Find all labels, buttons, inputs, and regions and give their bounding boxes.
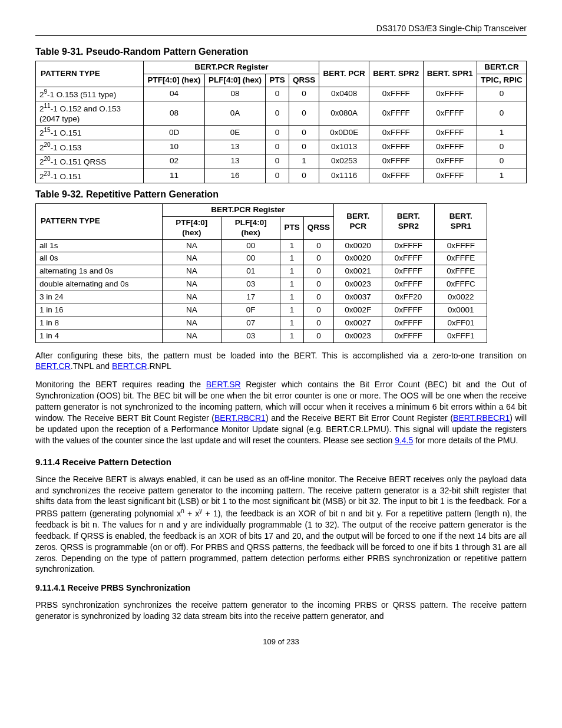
- cell-pcr: 0x1116: [319, 169, 369, 183]
- cell-plf: 03: [222, 330, 280, 342]
- cell-qrss: 0: [289, 101, 319, 126]
- col-bert-cr: BERT.CR: [477, 61, 527, 74]
- cell-plf: 07: [222, 317, 280, 330]
- cell-tpic: 0: [477, 101, 527, 126]
- cell-pattern: 29-1 O.153 (511 type): [36, 87, 144, 101]
- col-bert-spr1: BERT. SPR1: [435, 203, 487, 239]
- col-bert-spr2: BERT. SPR2: [382, 203, 435, 239]
- cell-ptf: 04: [144, 87, 205, 101]
- cell-pts: 0: [266, 126, 289, 140]
- table-9-31: PATTERN TYPE BERT.PCR Register BERT. PCR…: [35, 61, 527, 183]
- text: + x: [184, 509, 200, 518]
- col-pts: PTS: [266, 74, 289, 87]
- cell-pattern: 1 in 16: [36, 304, 163, 317]
- link-bert-cr[interactable]: BERT.CR: [112, 361, 147, 371]
- cell-pts: 0: [266, 101, 289, 126]
- cell-qrss: 0: [303, 317, 333, 330]
- cell-pcr: 0x0023: [334, 278, 382, 291]
- cell-tpic: 0: [477, 140, 527, 154]
- text: + 1), the feedback is an XOR of bit n an…: [35, 509, 527, 574]
- cell-ptf: NA: [162, 330, 221, 342]
- text: for more details of the PMU.: [413, 436, 518, 445]
- cell-plf: 08: [204, 87, 266, 101]
- cell-spr2: 0xFF20: [382, 291, 435, 304]
- cell-pattern: 223-1 O.151: [36, 169, 144, 183]
- col-ptf: PTF[4:0] (hex): [144, 74, 205, 87]
- cell-spr1: 0xFF01: [435, 317, 487, 330]
- cell-spr1: 0xFFF1: [435, 330, 487, 342]
- cell-spr2: 0xFFFF: [382, 278, 435, 291]
- cell-qrss: 0: [303, 278, 333, 291]
- table-9-32: PATTERN TYPE BERT.PCR Register BERT. PCR…: [35, 203, 487, 343]
- cell-ptf: 0D: [144, 126, 205, 140]
- link-section-9-4-5[interactable]: 9.4.5: [395, 436, 413, 445]
- col-plf: PLF[4:0] (hex): [222, 216, 280, 239]
- cell-pts: 1: [280, 252, 303, 265]
- col-plf: PLF[4:0] (hex): [204, 74, 266, 87]
- cell-plf: 0A: [204, 101, 266, 126]
- cell-pcr: 0x0023: [334, 330, 382, 342]
- cell-spr2: 0xFFFF: [369, 126, 424, 140]
- col-bert-spr2: BERT. SPR2: [369, 61, 424, 87]
- table-row: 215-1 O.1510D0E000x0D0E0xFFFF0xFFFF1: [36, 126, 527, 140]
- cell-pattern: 220-1 O.153: [36, 140, 144, 154]
- cell-pattern: double alternating and 0s: [36, 278, 163, 291]
- cell-pcr: 0x0027: [334, 317, 382, 330]
- link-bert-cr[interactable]: BERT.CR: [35, 361, 71, 371]
- cell-pts: 1: [280, 330, 303, 342]
- cell-qrss: 0: [303, 304, 333, 317]
- cell-plf: 16: [204, 169, 266, 183]
- cell-ptf: 10: [144, 140, 205, 154]
- col-bert-pcr: BERT. PCR: [334, 203, 382, 239]
- col-qrss: QRSS: [303, 216, 333, 239]
- table-row: alternating 1s and 0sNA01100x00210xFFFF0…: [36, 265, 487, 278]
- cell-tpic: 1: [477, 126, 527, 140]
- cell-pcr: 0x0020: [334, 239, 382, 252]
- cell-plf: 00: [222, 239, 280, 252]
- table-row: 223-1 O.1511116000x11160xFFFF0xFFFF1: [36, 169, 527, 183]
- cell-qrss: 0: [289, 126, 319, 140]
- cell-spr1: 0xFFFF: [423, 169, 477, 183]
- cell-pcr: 0x0037: [334, 291, 382, 304]
- col-group-bert-pcr: BERT.PCR Register: [162, 203, 333, 216]
- cell-qrss: 0: [303, 252, 333, 265]
- table-row: 1 in 8NA07100x00270xFFFF0xFF01: [36, 317, 487, 330]
- cell-ptf: NA: [162, 291, 221, 304]
- cell-spr2: 0xFFFF: [369, 140, 424, 154]
- cell-ptf: NA: [162, 239, 221, 252]
- col-pts: PTS: [280, 216, 303, 239]
- cell-pts: 1: [280, 239, 303, 252]
- text: .RNPL: [147, 361, 171, 371]
- page-footer: 109 of 233: [35, 637, 527, 646]
- cell-spr2: 0xFFFF: [382, 265, 435, 278]
- cell-ptf: 02: [144, 154, 205, 169]
- link-bert-rbecr1[interactable]: BERT.RBECR1: [453, 413, 510, 423]
- cell-pattern: alternating 1s and 0s: [36, 265, 163, 278]
- col-ptf: PTF[4:0] (hex): [162, 216, 221, 239]
- cell-tpic: 0: [477, 87, 527, 101]
- col-tpic: TPIC, RPIC: [477, 74, 527, 87]
- cell-pcr: 0x0253: [319, 154, 369, 169]
- cell-plf: 13: [204, 154, 266, 169]
- cell-spr2: 0xFFFF: [369, 87, 424, 101]
- cell-pattern: all 0s: [36, 252, 163, 265]
- cell-plf: 0E: [204, 126, 266, 140]
- cell-ptf: NA: [162, 265, 221, 278]
- table-row: 211-1 O.152 and O.153 (2047 type)080A000…: [36, 101, 527, 126]
- cell-pattern: 1 in 8: [36, 317, 163, 330]
- cell-pcr: 0x0021: [334, 265, 382, 278]
- cell-spr2: 0xFFFF: [369, 169, 424, 183]
- cell-qrss: 0: [289, 169, 319, 183]
- cell-pattern: all 1s: [36, 239, 163, 252]
- section-heading-9-11-4: 9.11.4 Receive Pattern Detection: [35, 457, 527, 467]
- table-row: 220-1 O.151 QRSS0213010x02530xFFFF0xFFFF…: [36, 154, 527, 169]
- cell-pts: 0: [266, 87, 289, 101]
- link-bert-rbcr1[interactable]: BERT.RBCR1: [214, 413, 266, 423]
- cell-spr1: 0xFFFE: [435, 252, 487, 265]
- cell-pattern: 220-1 O.151 QRSS: [36, 154, 144, 169]
- link-bert-sr[interactable]: BERT.SR: [206, 380, 241, 389]
- col-pattern-type: PATTERN TYPE: [36, 61, 144, 87]
- cell-ptf: NA: [162, 317, 221, 330]
- cell-pts: 1: [280, 317, 303, 330]
- cell-plf: 01: [222, 265, 280, 278]
